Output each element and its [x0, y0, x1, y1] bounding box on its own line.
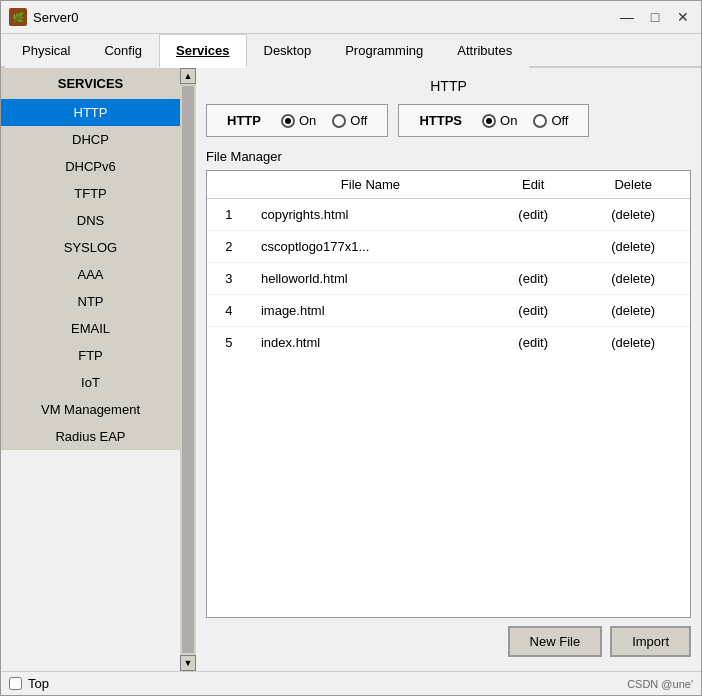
import-button[interactable]: Import: [610, 626, 691, 657]
window-title: Server0: [33, 10, 79, 25]
row-delete[interactable]: (delete): [576, 231, 690, 263]
protocol-row: HTTP On Off HTTPS: [206, 104, 691, 137]
row-delete[interactable]: (delete): [576, 327, 690, 359]
http-on-label: On: [299, 113, 316, 128]
top-checkbox-input[interactable]: [9, 677, 22, 690]
row-num: 3: [207, 263, 251, 295]
top-checkbox[interactable]: Top: [9, 676, 49, 691]
sidebar-item-email[interactable]: EMAIL: [1, 315, 180, 342]
row-edit[interactable]: (edit): [490, 327, 576, 359]
sidebar-item-dhcpv6[interactable]: DHCPv6: [1, 153, 180, 180]
sidebar-item-dhcp[interactable]: DHCP: [1, 126, 180, 153]
sidebar-item-vm-management[interactable]: VM Management: [1, 396, 180, 423]
http-on-radio[interactable]: [281, 114, 295, 128]
https-on-option[interactable]: On: [482, 113, 517, 128]
row-num: 1: [207, 199, 251, 231]
sidebar: SERVICES HTTP DHCP DHCPv6 TFTP DNS SYSLO…: [1, 68, 196, 671]
main-window: 🌿 Server0 — □ ✕ Physical Config Services…: [0, 0, 702, 696]
row-delete[interactable]: (delete): [576, 295, 690, 327]
minimize-button[interactable]: —: [617, 7, 637, 27]
file-table-container: File Name Edit Delete 1copyrights.html(e…: [206, 170, 691, 618]
row-edit: [490, 231, 576, 263]
scroll-down-button[interactable]: ▼: [180, 655, 196, 671]
tab-services[interactable]: Services: [159, 34, 247, 68]
sidebar-item-iot[interactable]: IoT: [1, 369, 180, 396]
title-bar-left: 🌿 Server0: [9, 8, 79, 26]
row-edit[interactable]: (edit): [490, 295, 576, 327]
top-label: Top: [28, 676, 49, 691]
close-button[interactable]: ✕: [673, 7, 693, 27]
sidebar-header: SERVICES: [1, 68, 180, 99]
tab-programming[interactable]: Programming: [328, 34, 440, 68]
row-filename: index.html: [251, 327, 490, 359]
scroll-up-button[interactable]: ▲: [180, 68, 196, 84]
sidebar-item-ntp[interactable]: NTP: [1, 288, 180, 315]
http-off-label: Off: [350, 113, 367, 128]
table-row: 1copyrights.html(edit)(delete): [207, 199, 690, 231]
row-edit[interactable]: (edit): [490, 199, 576, 231]
https-box: HTTPS On Off: [398, 104, 589, 137]
https-on-radio[interactable]: [482, 114, 496, 128]
http-box: HTTP On Off: [206, 104, 388, 137]
row-num: 4: [207, 295, 251, 327]
sidebar-item-ftp[interactable]: FTP: [1, 342, 180, 369]
col-delete: Delete: [576, 171, 690, 199]
https-label: HTTPS: [419, 113, 462, 128]
row-filename: copyrights.html: [251, 199, 490, 231]
row-delete[interactable]: (delete): [576, 199, 690, 231]
table-row: 4image.html(edit)(delete): [207, 295, 690, 327]
http-off-radio[interactable]: [332, 114, 346, 128]
content-area: SERVICES HTTP DHCP DHCPv6 TFTP DNS SYSLO…: [1, 68, 701, 671]
sidebar-content: SERVICES HTTP DHCP DHCPv6 TFTP DNS SYSLO…: [1, 68, 180, 671]
tab-physical[interactable]: Physical: [5, 34, 87, 68]
window-controls: — □ ✕: [617, 7, 693, 27]
sidebar-item-http[interactable]: HTTP: [1, 99, 180, 126]
app-icon: 🌿: [9, 8, 27, 26]
col-edit: Edit: [490, 171, 576, 199]
https-off-option[interactable]: Off: [533, 113, 568, 128]
col-num: [207, 171, 251, 199]
sidebar-list: HTTP DHCP DHCPv6 TFTP DNS SYSLOG AAA NTP…: [1, 99, 180, 450]
bottom-bar: New File Import: [206, 618, 691, 661]
tab-attributes[interactable]: Attributes: [440, 34, 529, 68]
sidebar-item-aaa[interactable]: AAA: [1, 261, 180, 288]
http-label: HTTP: [227, 113, 261, 128]
tab-bar: Physical Config Services Desktop Program…: [1, 34, 701, 68]
table-row: 3helloworld.html(edit)(delete): [207, 263, 690, 295]
col-filename: File Name: [251, 171, 490, 199]
tab-desktop[interactable]: Desktop: [247, 34, 329, 68]
http-off-option[interactable]: Off: [332, 113, 367, 128]
row-num: 2: [207, 231, 251, 263]
table-row: 2cscoptlogo177x1...(delete): [207, 231, 690, 263]
row-filename: cscoptlogo177x1...: [251, 231, 490, 263]
https-radio-group: On Off: [482, 113, 568, 128]
scroll-thumb[interactable]: [182, 86, 194, 653]
sidebar-item-tftp[interactable]: TFTP: [1, 180, 180, 207]
maximize-button[interactable]: □: [645, 7, 665, 27]
new-file-button[interactable]: New File: [508, 626, 603, 657]
http-on-option[interactable]: On: [281, 113, 316, 128]
file-manager-label: File Manager: [206, 149, 691, 164]
file-table: File Name Edit Delete 1copyrights.html(e…: [207, 171, 690, 358]
https-on-label: On: [500, 113, 517, 128]
sidebar-item-radius-eap[interactable]: Radius EAP: [1, 423, 180, 450]
https-off-radio[interactable]: [533, 114, 547, 128]
footer-copyright: CSDN @une': [627, 678, 693, 690]
row-num: 5: [207, 327, 251, 359]
sidebar-scrollbar: ▲ ▼: [180, 68, 196, 671]
row-edit[interactable]: (edit): [490, 263, 576, 295]
sidebar-item-syslog[interactable]: SYSLOG: [1, 234, 180, 261]
title-bar: 🌿 Server0 — □ ✕: [1, 1, 701, 34]
row-delete[interactable]: (delete): [576, 263, 690, 295]
panel-title: HTTP: [206, 78, 691, 94]
row-filename: helloworld.html: [251, 263, 490, 295]
main-panel: HTTP HTTP On Off: [196, 68, 701, 671]
https-off-label: Off: [551, 113, 568, 128]
tab-config[interactable]: Config: [87, 34, 159, 68]
table-header-row: File Name Edit Delete: [207, 171, 690, 199]
sidebar-item-dns[interactable]: DNS: [1, 207, 180, 234]
footer-bar: Top CSDN @une': [1, 671, 701, 695]
table-row: 5index.html(edit)(delete): [207, 327, 690, 359]
row-filename: image.html: [251, 295, 490, 327]
http-radio-group: On Off: [281, 113, 367, 128]
